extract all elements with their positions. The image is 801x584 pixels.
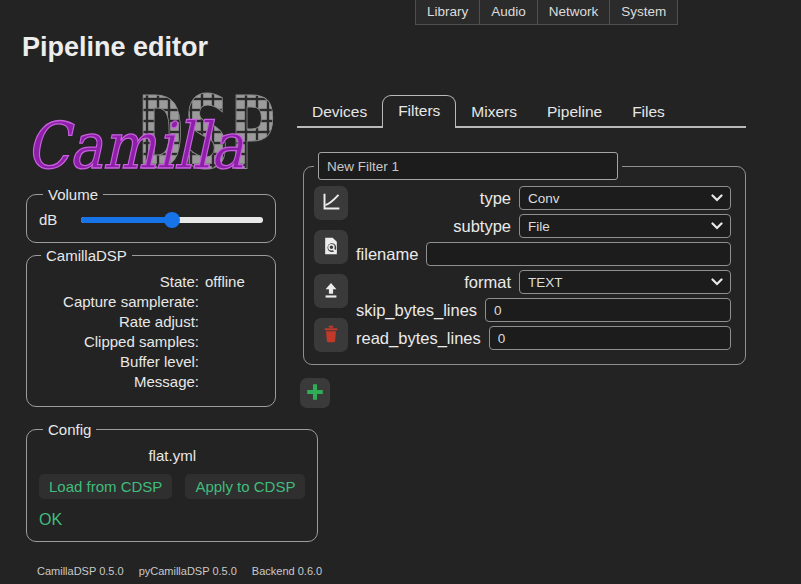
form-row-type: type Conv: [356, 186, 731, 210]
volume-slider-thumb[interactable]: [164, 212, 180, 228]
format-select[interactable]: TEXT: [519, 270, 731, 294]
upload-file-button[interactable]: [314, 274, 348, 308]
version-backend: Backend 0.6.0: [252, 565, 322, 577]
read-bytes-lines-label: read_bytes_lines: [356, 329, 489, 348]
app-root: Library Audio Network System Pipeline ed…: [0, 0, 801, 584]
config-panel: Config flat.yml Load from CDSP Apply to …: [26, 421, 318, 542]
status-row-clipped-samples: Clipped samples:: [37, 332, 265, 352]
left-panel: DSP Camilla Volume dB CamillaDSP State: …: [26, 88, 276, 577]
status-label: Clipped samples:: [37, 332, 199, 352]
config-legend: Config: [43, 421, 96, 438]
delete-filter-button[interactable]: [314, 318, 348, 352]
form-row-subtype: subtype File: [356, 214, 731, 238]
config-filename: flat.yml: [39, 447, 305, 464]
filter-name-input[interactable]: [318, 152, 618, 180]
subtype-select[interactable]: File: [519, 214, 731, 238]
chart-icon: [321, 191, 342, 215]
status-label: Message:: [37, 372, 199, 392]
main-panel: Devices Filters Mixers Pipeline Files: [297, 98, 746, 408]
tab-mixers[interactable]: Mixers: [456, 98, 532, 128]
status-row-rate-adjust: Rate adjust:: [37, 312, 265, 332]
status-value: offline: [205, 272, 245, 292]
plus-icon: [304, 381, 326, 406]
type-label: type: [356, 189, 519, 208]
trash-icon: [321, 324, 341, 347]
tab-filters[interactable]: Filters: [382, 95, 456, 128]
tab-devices[interactable]: Devices: [297, 98, 382, 128]
tab-pipeline[interactable]: Pipeline: [532, 98, 617, 128]
volume-slider-fill: [81, 217, 172, 223]
volume-slider[interactable]: [81, 212, 263, 228]
form-row-read-bytes-lines: read_bytes_lines: [356, 326, 731, 350]
skip-bytes-lines-label: skip_bytes_lines: [356, 301, 485, 320]
status-row-capture-samplerate: Capture samplerate:: [37, 292, 265, 312]
filter-name-legend: [314, 152, 622, 180]
top-nav-item-system[interactable]: System: [609, 0, 678, 25]
status-row-buffer-level: Buffer level:: [37, 352, 265, 372]
top-nav-item-library[interactable]: Library: [415, 0, 480, 25]
plot-filter-button[interactable]: [314, 186, 348, 220]
form-row-format: format TEXT: [356, 270, 731, 294]
add-filter-button[interactable]: [300, 378, 330, 408]
camilladsp-logo: DSP Camilla: [26, 88, 276, 184]
editor-tab-bar: Devices Filters Mixers Pipeline Files: [297, 98, 746, 128]
preview-file-button[interactable]: [314, 230, 348, 264]
filename-label: filename: [356, 245, 426, 264]
status-row-message: Message:: [37, 372, 265, 392]
logo-camilla-text: Camilla: [26, 109, 245, 180]
top-nav: Library Audio Network System: [416, 0, 678, 25]
db-label: dB: [39, 211, 57, 228]
type-select[interactable]: Conv: [519, 186, 731, 210]
volume-legend: Volume: [43, 186, 103, 203]
form-row-filename: filename: [356, 242, 731, 266]
status-label: Rate adjust:: [37, 312, 199, 332]
apply-to-cdsp-button[interactable]: Apply to CDSP: [185, 474, 305, 499]
filename-input[interactable]: [426, 242, 731, 266]
status-label: Buffer level:: [37, 352, 199, 372]
form-row-skip-bytes-lines: skip_bytes_lines: [356, 298, 731, 322]
top-nav-item-audio[interactable]: Audio: [479, 0, 538, 25]
status-row-state: State: offline: [37, 272, 265, 292]
version-footer: CamillaDSP 0.5.0 pyCamillaDSP 0.5.0 Back…: [26, 565, 276, 577]
file-preview-icon: [321, 236, 341, 259]
filter-toolbar: [314, 186, 348, 352]
camilladsp-status-panel: CamillaDSP State: offline Capture sample…: [26, 247, 276, 407]
upload-icon: [321, 280, 341, 303]
page-title: Pipeline editor: [22, 32, 208, 63]
tab-files[interactable]: Files: [617, 98, 680, 128]
format-label: format: [356, 273, 519, 292]
volume-panel: Volume dB: [26, 186, 276, 243]
status-legend: CamillaDSP: [41, 247, 132, 264]
filter-card: type Conv subtype: [303, 152, 746, 365]
version-pycamilladsp: pyCamillaDSP 0.5.0: [139, 565, 237, 577]
status-label: Capture samplerate:: [37, 292, 199, 312]
top-nav-item-network[interactable]: Network: [537, 0, 611, 25]
skip-bytes-lines-input[interactable]: [485, 298, 731, 322]
read-bytes-lines-input[interactable]: [489, 326, 731, 350]
version-camilladsp: CamillaDSP 0.5.0: [37, 565, 124, 577]
filter-form: type Conv subtype: [356, 186, 731, 352]
config-status-text: OK: [39, 511, 305, 529]
load-from-cdsp-button[interactable]: Load from CDSP: [39, 474, 172, 499]
status-label: State:: [37, 272, 199, 292]
subtype-label: subtype: [356, 217, 519, 236]
